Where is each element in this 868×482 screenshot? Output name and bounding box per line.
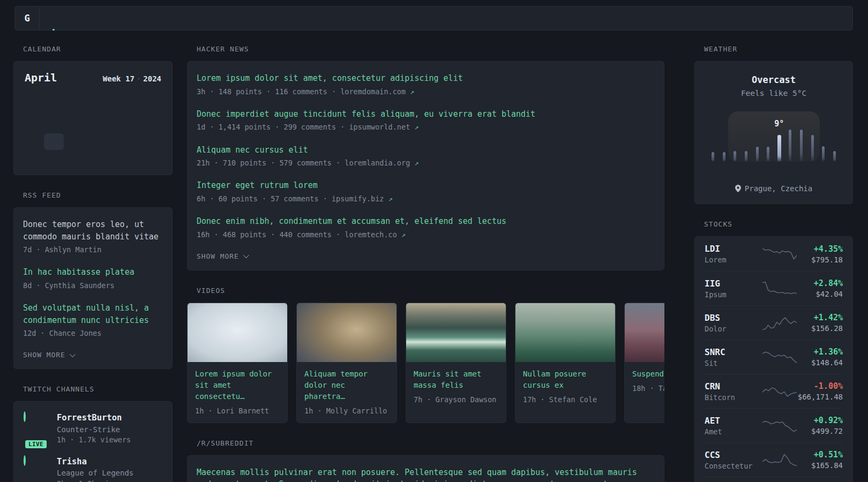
video-card[interactable]: Lorem ipsum dolor sit amet consectetu… 1… — [187, 303, 288, 423]
weather-bar — [712, 152, 714, 162]
rss-item-meta: 8d · Cynthia Saunders — [23, 280, 163, 291]
header-bar: G — [14, 6, 853, 31]
video-thumbnail — [625, 303, 664, 362]
stock-name: Sit — [705, 359, 762, 367]
subreddit-widget: /R/SUBREDDIT Maecenas mollis pulvinar er… — [187, 439, 664, 482]
app-logo[interactable]: G — [15, 6, 40, 30]
stock-row[interactable]: IIG Ipsum +2.84% $42.04 — [705, 271, 843, 305]
stock-sparkline — [762, 451, 797, 469]
hackernews-show-more-button[interactable]: SHOW MORE — [197, 252, 248, 260]
hackernews-item-link[interactable]: Aliquam nec cursus elit 21h · 710 points… — [197, 144, 655, 169]
weather-bars: 9° — [706, 108, 842, 162]
video-meta: 1h · Molly Carrillo — [304, 406, 389, 415]
columns: CALENDAR April Week 17·2024 RSS FEED — [0, 31, 868, 482]
calendar-widget: CALENDAR April Week 17·2024 — [13, 45, 173, 175]
weather-bar-column: 9° — [777, 135, 781, 162]
stock-row[interactable]: AHS +0.46% — [705, 477, 843, 482]
stock-name: Dolor — [705, 325, 762, 333]
location-pin-icon — [735, 185, 741, 192]
subreddit-card: Maecenas mollis pulvinar erat non posuer… — [187, 455, 664, 482]
stock-ticker: IIG — [705, 278, 762, 289]
dashboard-page: G CALENDAR April Week 17·2024 — [0, 0, 868, 482]
calendar-day — [64, 150, 83, 167]
chevron-down-icon — [69, 351, 75, 357]
stock-ticker: AET — [705, 416, 762, 426]
stock-values: +1.42% $156.28 — [811, 313, 843, 333]
page-tab[interactable] — [69, 6, 71, 30]
stocks-section-title: STOCKS — [704, 220, 853, 228]
weather-feels-like: Feels like 5°C — [706, 89, 842, 97]
stock-row[interactable]: CCS Consectetur +0.51% $165.84 — [705, 442, 843, 477]
stock-values: -1.00% $66,171.48 — [798, 381, 843, 401]
show-more-label: SHOW MORE — [197, 252, 239, 260]
weather-bar — [723, 152, 725, 162]
video-thumbnail — [188, 303, 287, 362]
calendar-day — [142, 116, 161, 133]
calendar-year: 2024 — [143, 74, 161, 83]
rss-item-meta: 7d · Ashlyn Martin — [23, 244, 163, 255]
hackernews-item-link[interactable]: Integer eget rutrum lorem 6h · 60 points… — [197, 179, 655, 204]
weekday-label — [25, 95, 44, 107]
hackernews-item-meta: 16h · 468 points · 440 comments · loremt… — [197, 229, 655, 240]
hackernews-item-link[interactable]: Lorem ipsum dolor sit amet, consectetur … — [197, 72, 655, 97]
rss-show-more-button[interactable]: SHOW MORE — [23, 351, 74, 359]
video-card[interactable]: Suspendisse diam 18h · Tara — [624, 303, 664, 423]
videos-widget: VIDEOS Lorem ipsum dolor sit amet consec… — [187, 287, 664, 423]
video-card[interactable]: Nullam posuere cursus ex 17h · Stefan Co… — [515, 303, 616, 423]
rss-item-link[interactable]: Donec tempor eros leo, ut commodo mauris… — [23, 219, 163, 255]
avatar-wrap: LIVE — [24, 412, 48, 446]
calendar-day — [64, 133, 83, 150]
stock-row[interactable]: AET Amet +0.92% $499.72 — [705, 408, 843, 442]
calendar-week-number: Week 17 — [103, 74, 134, 83]
rss-item-link[interactable]: In hac habitasse platea 8d · Cynthia Sau… — [23, 266, 163, 291]
stock-row[interactable]: CRN Bitcorn -1.00% $66,171.48 — [705, 374, 843, 408]
channel-info: ForrestBurton Counter-Strike 1h · 1.7k v… — [57, 412, 131, 446]
subreddit-post-list: Maecenas mollis pulvinar erat non posuer… — [197, 466, 655, 482]
stock-price: $66,171.48 — [798, 393, 843, 401]
stock-sparkline — [762, 382, 797, 401]
twitch-channel-list: LIVE ForrestBurton Counter-Strike 1h · 1… — [24, 412, 162, 482]
subreddit-post-link[interactable]: Maecenas mollis pulvinar erat non posuer… — [197, 466, 655, 482]
stock-id: AET Amet — [705, 416, 762, 436]
stocks-card: LDI Lorem +4.35% $795.18 IIG Ips — [694, 236, 853, 482]
stock-row[interactable]: DBS Dolor +1.42% $156.28 — [705, 305, 843, 340]
page-tab[interactable] — [53, 6, 55, 30]
channel-game: League of Legends — [57, 468, 133, 478]
hackernews-item-link[interactable]: Donec imperdiet augue tincidunt felis al… — [197, 108, 655, 133]
weather-location: Prague, Czechia — [706, 184, 842, 193]
hackernews-widget: HACKER NEWS Lorem ipsum dolor sit amet, … — [187, 45, 664, 270]
twitch-widget: TWITCH CHANNELS LIVE ForrestBurton — [13, 385, 173, 482]
hackernews-list: Lorem ipsum dolor sit amet, consectetur … — [197, 72, 655, 240]
weather-bar-column — [799, 130, 803, 162]
page-tab[interactable] — [101, 6, 103, 30]
calendar-day — [103, 116, 122, 133]
video-card[interactable]: Mauris sit amet massa felis 7h · Grayson… — [406, 303, 506, 423]
stock-values: +0.92% $499.72 — [811, 416, 843, 435]
hackernews-item-title: Lorem ipsum dolor sit amet, consectetur … — [197, 72, 655, 85]
avatar — [24, 455, 26, 466]
calendar-card: April Week 17·2024 — [13, 61, 173, 175]
twitch-channel-link[interactable]: LIVE Trisha League of Legends 3h · 1.2k … — [24, 456, 162, 482]
rss-item-link[interactable]: Sed volutpat nulla nisl, a condimentum n… — [23, 302, 163, 338]
weather-bar-column — [755, 147, 759, 162]
hackernews-item-link[interactable]: Donec enim nibh, condimentum et accumsan… — [197, 215, 655, 240]
twitch-channel-link[interactable]: LIVE ForrestBurton Counter-Strike 1h · 1… — [24, 412, 162, 446]
page-tabs — [40, 6, 117, 30]
weather-bar — [734, 151, 736, 162]
page-tab[interactable] — [85, 6, 87, 30]
calendar-day — [83, 150, 102, 167]
hackernews-item-meta-text: 1d · 1,414 points · 299 comments · ipsum… — [197, 123, 410, 131]
stock-row[interactable]: SNRC Sit +1.36% $148.64 — [705, 340, 843, 374]
external-link-icon: ↗ — [414, 159, 418, 167]
left-column: CALENDAR April Week 17·2024 RSS FEED — [13, 45, 173, 482]
video-card[interactable]: Aliquam tempor dolor nec pharetra… 1h · … — [296, 303, 397, 423]
weekday-label — [103, 95, 122, 107]
weather-widget: WEATHER Overcast Feels like 5°C — [694, 45, 853, 204]
stock-price: $795.18 — [811, 255, 843, 264]
stock-row[interactable]: LDI Lorem +4.35% $795.18 — [705, 237, 843, 271]
weather-bar — [833, 151, 836, 162]
stock-price: $165.84 — [811, 461, 843, 470]
weather-bar — [767, 147, 769, 162]
stock-ticker: CCS — [705, 450, 762, 460]
video-title: Suspendisse diam — [632, 368, 664, 380]
